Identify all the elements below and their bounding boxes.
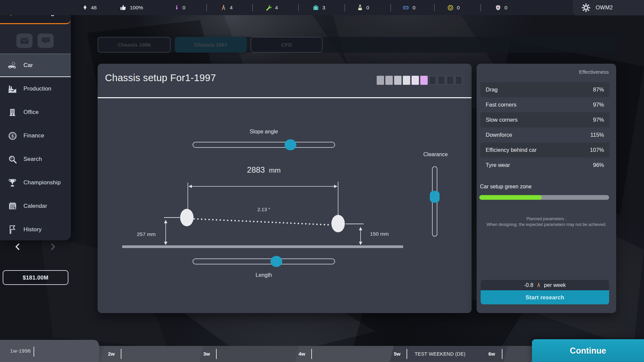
topbar-separator — [434, 4, 435, 11]
mail-icon — [20, 38, 29, 44]
game-screen: 48 100% 0 4 4 3 0 0 — [0, 0, 644, 362]
gear-icon — [582, 3, 590, 12]
week-divider — [502, 349, 502, 359]
week-marker-3w: 3w — [203, 346, 210, 362]
mail-button[interactable] — [16, 34, 33, 48]
progress-square — [377, 76, 384, 85]
progress-square-empty — [438, 76, 445, 85]
week-divider — [407, 349, 407, 359]
resource-designers: 4 — [221, 0, 233, 15]
topbar-separator — [390, 4, 391, 11]
slope-angle-label: Slope angle — [193, 129, 335, 135]
timeline-segment — [100, 346, 203, 362]
wheelbase-value: 2883 — [247, 165, 265, 174]
progress-square-empty — [429, 76, 436, 85]
resource-value: 48 — [91, 5, 97, 11]
timeline-bar: 1w-1996 2w 3w 4w 5w TEST WEEKEND (DE) 6w… — [0, 340, 644, 362]
profile-settings-button[interactable]: OWM2 — [573, 0, 644, 15]
car-icon — [7, 60, 17, 70]
panel-header-divider — [98, 97, 472, 98]
week-divider — [121, 349, 121, 359]
current-week-label: 1w-1996 — [10, 348, 31, 354]
effectiveness-panel: Effectiveness Drag87% Fast corners97% Sl… — [477, 64, 616, 313]
effectiveness-row: Slow corners97% — [480, 112, 609, 127]
effectiveness-row: Drag87% — [480, 82, 609, 97]
week-divider — [34, 347, 34, 357]
sidebar-item-label: Car — [23, 62, 33, 69]
clearance-thumb[interactable] — [430, 191, 440, 202]
resource-projects: 3 — [313, 0, 325, 15]
effectiveness-header: Effectiveness — [579, 69, 609, 75]
sidebar-item-history[interactable]: History — [0, 218, 71, 241]
briefcase-icon — [313, 5, 319, 11]
sidebar-item-label: Finance — [23, 132, 44, 139]
effectiveness-row: Fast corners97% — [480, 97, 609, 112]
resource-research: 0 — [357, 0, 369, 15]
start-research-button[interactable]: Start research — [481, 290, 609, 304]
resource-value: 4 — [230, 5, 233, 11]
slope-angle-value: 2.13 ° — [193, 207, 335, 212]
sidebar-item-finance[interactable]: $ Finance — [0, 124, 71, 147]
resource-gems: 48 — [83, 0, 97, 15]
sidebar-item-label: History — [23, 226, 42, 233]
progress-square — [420, 76, 428, 85]
green-zone-label: Car setup green zone — [480, 184, 532, 190]
topbar-separator — [206, 4, 207, 11]
resource-staff: 0 — [174, 0, 185, 15]
planned-note-line1: Planned parameters . — [477, 217, 616, 221]
length-slider[interactable] — [193, 258, 335, 264]
green-zone-bar — [479, 195, 609, 200]
sidebar-item-search[interactable]: Search — [0, 147, 71, 171]
svg-text:$: $ — [11, 134, 14, 138]
expand-right-chevron[interactable] — [46, 241, 60, 252]
length-label: Length — [193, 272, 335, 278]
resource-value: 4 — [275, 5, 278, 11]
sidebar-item-label: Search — [23, 156, 42, 163]
drafting-compass-icon — [536, 282, 541, 288]
resource-value: 100% — [130, 5, 143, 11]
slope-angle-slider[interactable] — [193, 142, 335, 148]
badge-icon — [495, 5, 501, 11]
collapse-left-chevron[interactable] — [11, 241, 24, 252]
design-progress-squares — [377, 76, 463, 85]
sidebar-item-championship[interactable]: Championship — [0, 171, 71, 194]
timeline-segment — [295, 346, 396, 362]
profile-name: OWM2 — [596, 5, 613, 11]
sidebar-item-label: Office — [23, 109, 39, 116]
continue-button[interactable]: Continue — [532, 339, 644, 362]
chassis-tab-strip — [98, 37, 616, 53]
progress-square — [385, 76, 393, 85]
sidebar-item-car[interactable]: Car — [0, 54, 71, 77]
sidebar-item-office[interactable]: Office — [0, 101, 71, 124]
top-resource-bar: 48 100% 0 4 4 3 0 0 — [0, 0, 644, 15]
office-building-icon — [7, 107, 17, 117]
slope-angle-thumb[interactable] — [285, 139, 297, 150]
dollar-coin-icon: $ — [7, 131, 17, 141]
resource-value: 0 — [504, 5, 507, 11]
progress-square-empty — [446, 76, 454, 85]
sidebar-item-production[interactable]: Production — [0, 77, 71, 101]
progress-square — [412, 76, 419, 85]
sidebar-item-calendar[interactable]: Calendar — [0, 194, 71, 218]
length-thumb[interactable] — [271, 256, 282, 267]
wheelbase-unit: mm — [269, 166, 281, 174]
chat-button[interactable] — [38, 34, 54, 48]
drafting-compass-icon — [221, 4, 226, 11]
resource-value: 0 — [457, 5, 460, 11]
coin-icon — [447, 5, 453, 11]
week-marker-5w: 5w — [394, 346, 400, 362]
balance-display: $181.00M — [3, 270, 68, 285]
race-event-label: TEST WEEKEND (DE) — [410, 346, 470, 362]
effectiveness-row: Downforce115% — [480, 127, 609, 142]
chassis-setup-panel: Chassis setup For1-1997 Slope angle — [98, 64, 472, 313]
clearance-label: Clearance — [410, 152, 462, 158]
thumbs-up-icon — [120, 4, 126, 11]
left-ride-height: 257 mm — [126, 231, 166, 237]
effectiveness-row: Efficiency behind car107% — [480, 142, 609, 158]
week-marker-4w: 4w — [299, 346, 305, 362]
clearance-slider[interactable] — [432, 166, 437, 237]
research-cost-unit: per week — [544, 282, 566, 288]
resource-simulator: 0 — [402, 0, 416, 15]
topbar-separator — [344, 4, 345, 11]
progress-square-empty — [455, 76, 463, 85]
